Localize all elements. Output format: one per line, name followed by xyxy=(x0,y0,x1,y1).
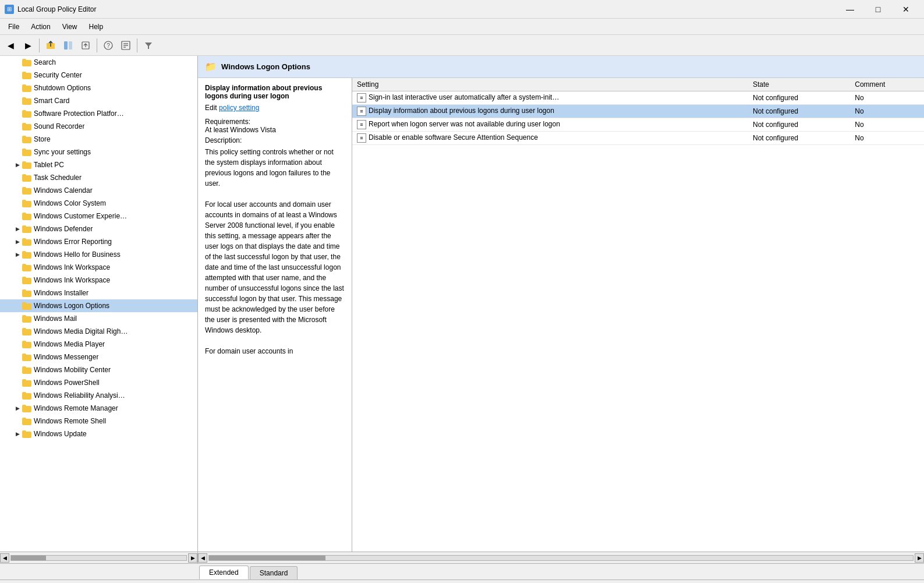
svg-rect-2 xyxy=(64,41,68,50)
policy-setting-link[interactable]: policy setting xyxy=(219,104,259,112)
tree-item[interactable]: ▶Windows Error Reporting xyxy=(0,235,197,248)
tree-expander-icon[interactable]: ▶ xyxy=(13,160,22,169)
tree-item[interactable]: Windows Mobility Center xyxy=(0,363,197,376)
properties-button[interactable] xyxy=(118,37,134,54)
folder-icon xyxy=(22,58,31,66)
table-row[interactable]: ≡Sign-in last interactive user automatic… xyxy=(352,91,924,105)
tab-standard[interactable]: Standard xyxy=(250,566,298,580)
menu-action[interactable]: Action xyxy=(25,20,56,33)
col-state[interactable]: State xyxy=(748,78,850,91)
tree-item[interactable]: Windows Media Digital Righ… xyxy=(0,325,197,338)
settings-table-pane[interactable]: Setting State Comment ≡Sign-in last inte… xyxy=(352,78,924,552)
tree-item[interactable]: Windows PowerShell xyxy=(0,376,197,389)
export-button[interactable] xyxy=(77,37,94,54)
show-hide-button[interactable] xyxy=(60,37,76,54)
maximize-button[interactable]: □ xyxy=(865,0,891,19)
filter-button[interactable] xyxy=(140,37,157,54)
tree-expander-icon xyxy=(13,83,22,93)
folder-icon xyxy=(22,302,31,310)
minimize-button[interactable]: — xyxy=(837,0,863,19)
tree-item[interactable]: Task Scheduler xyxy=(0,171,197,184)
hscroll-right-right-btn[interactable]: ▶ xyxy=(915,553,924,563)
tree-item-label: Windows Media Player xyxy=(34,340,105,348)
forward-button[interactable]: ▶ xyxy=(20,37,36,54)
folder-icon xyxy=(22,97,31,105)
table-row[interactable]: ≡Report when logon server was not availa… xyxy=(352,118,924,132)
edit-text: Edit policy setting xyxy=(205,104,345,112)
tree-item-label: Windows Hello for Business xyxy=(34,250,121,259)
tree-item[interactable]: Software Protection Platfor… xyxy=(0,107,197,120)
hscroll-right-bar[interactable] xyxy=(208,555,914,561)
tree-item[interactable]: Windows Mail xyxy=(0,312,197,325)
tree-item[interactable]: Windows Messenger xyxy=(0,351,197,363)
menu-file[interactable]: File xyxy=(2,20,25,33)
menu-view[interactable]: View xyxy=(56,20,83,33)
tree-expander-icon[interactable]: ▶ xyxy=(13,404,22,413)
tree-item[interactable]: Windows Ink Workspace xyxy=(0,261,197,274)
tree-item[interactable]: Windows Media Player xyxy=(0,338,197,351)
hscroll-right-left-btn[interactable]: ◀ xyxy=(198,553,207,563)
tree-item-label: Windows Remote Manager xyxy=(34,404,118,412)
hscroll-right-btn[interactable]: ▶ xyxy=(188,553,197,563)
tree-item-label: Windows Logon Options xyxy=(34,302,109,310)
tree-expander-icon xyxy=(13,70,22,80)
col-setting[interactable]: Setting xyxy=(352,78,748,91)
folder-icon xyxy=(22,289,31,297)
hscroll-right-thumb[interactable] xyxy=(209,556,325,560)
tree-item[interactable]: Windows Reliability Analysi… xyxy=(0,389,197,402)
toolbar-separator-2 xyxy=(97,38,97,52)
tree-expander-icon xyxy=(13,96,22,105)
tree-panel[interactable]: SearchSecurity CenterShutdown OptionsSma… xyxy=(0,56,198,552)
tree-item[interactable]: ▶Windows Hello for Business xyxy=(0,248,197,261)
table-row[interactable]: ≡Disable or enable software Secure Atten… xyxy=(352,132,924,145)
col-comment[interactable]: Comment xyxy=(850,78,924,91)
tree-item[interactable]: ▶Windows Update xyxy=(0,427,197,440)
table-row[interactable]: ≡Display information about previous logo… xyxy=(352,105,924,118)
tree-item[interactable]: Shutdown Options xyxy=(0,82,197,94)
tree-item[interactable]: Windows Remote Shell xyxy=(0,415,197,427)
comment-cell: No xyxy=(850,91,924,105)
tree-item[interactable]: Windows Installer xyxy=(0,287,197,299)
folder-icon xyxy=(22,263,31,271)
help-button[interactable]: ? xyxy=(100,37,116,54)
tree-item[interactable]: Windows Logon Options xyxy=(0,299,197,312)
tree-expander-icon[interactable]: ▶ xyxy=(13,429,22,439)
right-hscroll[interactable]: ◀ ▶ xyxy=(198,552,924,563)
tree-item[interactable]: Security Center xyxy=(0,69,197,82)
folder-icon xyxy=(22,391,31,400)
up-button[interactable] xyxy=(43,37,59,54)
tree-expander-icon[interactable]: ▶ xyxy=(13,237,22,246)
tree-item[interactable]: ▶Tablet PC xyxy=(0,158,197,171)
close-button[interactable]: ✕ xyxy=(893,0,919,19)
tree-item[interactable]: Windows Color System xyxy=(0,197,197,210)
tree-item[interactable]: Windows Ink Workspace xyxy=(0,274,197,287)
hscroll-left-thumb[interactable] xyxy=(11,556,46,560)
tree-item[interactable]: Windows Customer Experie… xyxy=(0,210,197,222)
folder-icon xyxy=(22,404,31,412)
tree-item[interactable]: Sync your settings xyxy=(0,146,197,158)
tree-expander-icon[interactable]: ▶ xyxy=(13,224,22,234)
tree-item[interactable]: Store xyxy=(0,133,197,146)
tree-item[interactable]: Search xyxy=(0,56,197,69)
tree-expander-icon[interactable]: ▶ xyxy=(13,250,22,259)
tree-expander-icon xyxy=(13,391,22,400)
svg-text:?: ? xyxy=(107,43,110,49)
tab-extended[interactable]: Extended xyxy=(199,566,249,580)
back-button[interactable]: ◀ xyxy=(2,37,19,54)
tree-item[interactable]: ▶Windows Remote Manager xyxy=(0,402,197,415)
tree-expander-icon xyxy=(13,365,22,374)
tree-item[interactable]: Sound Recorder xyxy=(0,120,197,133)
tree-item[interactable]: Windows Calendar xyxy=(0,184,197,197)
tree-item[interactable]: Smart Card xyxy=(0,94,197,107)
folder-icon xyxy=(22,135,31,143)
tree-item[interactable]: ▶Windows Defender xyxy=(0,222,197,235)
menu-help[interactable]: Help xyxy=(83,20,109,33)
requirements-label: Requirements: At least Windows Vista xyxy=(205,118,345,134)
hscroll-left-btn[interactable]: ◀ xyxy=(0,553,9,563)
state-cell: Not configured xyxy=(748,105,850,118)
tree-item-label: Windows Remote Shell xyxy=(34,417,106,425)
tree-item-label: Task Scheduler xyxy=(34,174,82,182)
hscroll-left-bar[interactable] xyxy=(10,555,187,561)
left-hscroll[interactable]: ◀ ▶ xyxy=(0,552,198,563)
folder-icon xyxy=(22,148,31,156)
